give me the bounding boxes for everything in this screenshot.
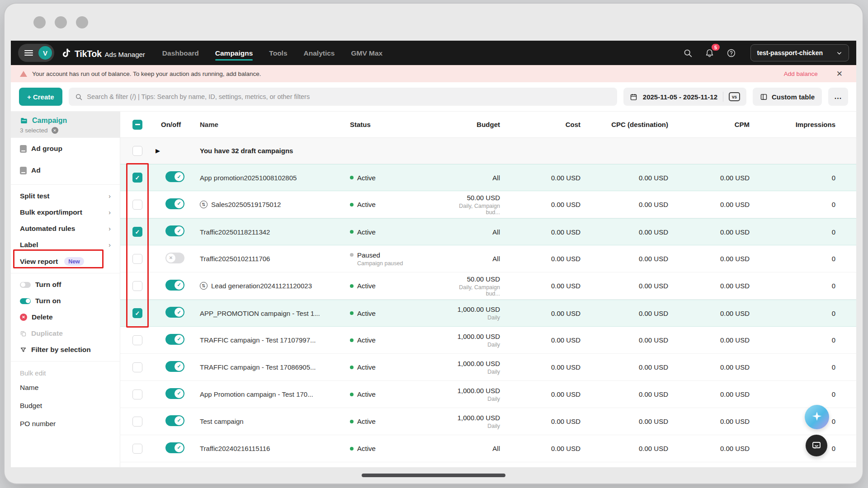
sidebar-action-filter-by-selection[interactable]: Filter by selection (11, 342, 120, 358)
row-checkbox[interactable] (132, 308, 142, 318)
alert-close-icon[interactable]: ✕ (836, 69, 843, 79)
draft-campaigns-row[interactable]: ▶ You have 32 draft campaigns (120, 138, 856, 164)
sidebar-action-duplicate[interactable]: Duplicate (11, 325, 120, 342)
nav-tools[interactable]: Tools (269, 42, 287, 64)
table-row[interactable]: ⇅ TRAFFIC campaign - Test 17086905... Ac… (120, 354, 856, 381)
row-checkbox[interactable] (132, 335, 142, 345)
campaign-name[interactable]: Sales20250519175012 (211, 201, 281, 208)
nav-gmv-max[interactable]: GMV Max (351, 42, 382, 64)
row-checkbox[interactable] (132, 389, 142, 399)
row-checkbox[interactable] (132, 417, 142, 427)
campaign-name[interactable]: Test campaign (200, 418, 244, 425)
create-button[interactable]: + Create (19, 88, 62, 106)
window-control-dot[interactable] (33, 16, 46, 28)
row-checkbox[interactable] (132, 200, 142, 210)
row-onoff-toggle[interactable] (165, 198, 184, 209)
campaign-name[interactable]: App Promotion campaign - Test 170... (200, 390, 313, 398)
row-onoff-toggle[interactable] (165, 415, 184, 426)
row-onoff-toggle[interactable] (165, 388, 184, 399)
sidebar-action-turn-off[interactable]: Turn off (11, 277, 120, 293)
sidebar-item-ad[interactable]: Ad (11, 160, 120, 181)
sidebar-action-delete[interactable]: ✕ Delete (11, 309, 120, 325)
notifications-bell-icon[interactable]: 5 (704, 47, 715, 58)
window-control-dot[interactable] (55, 16, 67, 28)
campaign-name[interactable]: TRAFFIC campaign - Test 17107997... (200, 336, 316, 344)
horizontal-scrollbar-thumb[interactable] (362, 474, 505, 477)
more-options-button[interactable]: ... (828, 88, 848, 106)
window-control-dot[interactable] (76, 16, 88, 28)
avatar[interactable]: V (38, 46, 52, 60)
custom-table-button[interactable]: Custom table (753, 88, 822, 106)
column-header-cpc[interactable]: CPC (destination) (580, 121, 668, 128)
sidebar-bulk-po-number[interactable]: PO number (11, 415, 120, 433)
sidebar-item-bulk-export-import[interactable]: Bulk export/import› (11, 204, 120, 221)
campaign-name[interactable]: APP_PROMOTION campaign - Test 1... (200, 310, 320, 317)
table-row[interactable]: ⇅ Sales20250519175012 Active 50.00 USDDa… (120, 191, 856, 218)
campaign-name[interactable]: Traffic20250102111706 (200, 255, 270, 263)
row-onoff-toggle[interactable] (165, 253, 184, 263)
row-checkbox[interactable] (132, 281, 142, 291)
column-header-impressions[interactable]: Impressions (750, 121, 835, 128)
support-chat-button[interactable] (806, 435, 827, 456)
search-filter-bar[interactable] (69, 88, 617, 106)
add-balance-link[interactable]: Add balance (784, 70, 818, 77)
campaign-name[interactable]: App promotion20251008102805 (200, 174, 297, 182)
campaign-name[interactable]: Traffic20240216115116 (200, 445, 270, 452)
compare-vs-button[interactable]: vs (729, 92, 740, 101)
column-header-cost[interactable]: Cost (500, 121, 580, 128)
sidebar-item-label[interactable]: Label› (11, 237, 120, 253)
sidebar-item-automated-rules[interactable]: Automated rules› (11, 221, 120, 237)
campaign-name[interactable]: Lead generation20241121120023 (211, 282, 312, 290)
table-row[interactable]: ⇅ Test campaign Active 1,000.00 USDDaily… (120, 408, 856, 435)
column-header-onoff[interactable]: On/off (155, 121, 198, 128)
table-row[interactable]: ⇅ TRAFFIC campaign - Test 17107997... Ac… (120, 327, 856, 354)
row-onoff-toggle[interactable] (165, 334, 184, 345)
sidebar-bulk-budget[interactable]: Budget (11, 397, 120, 415)
date-range-value[interactable]: 2025-11-05 - 2025-11-12 (643, 93, 717, 101)
clear-selection-icon[interactable]: ✕ (52, 127, 58, 134)
row-onoff-toggle[interactable] (165, 361, 184, 372)
table-row[interactable]: ⇅ Traffic20240216115116 Active All 0.00 … (120, 435, 856, 462)
table-row[interactable]: ⇅ Traffic20250118211342 Active All 0.00 … (120, 218, 856, 245)
sidebar-item-ad-group[interactable]: Ad group (11, 138, 120, 160)
row-onoff-toggle[interactable] (165, 280, 184, 291)
campaign-name[interactable]: Traffic20250118211342 (200, 228, 270, 236)
select-all-checkbox[interactable] (132, 120, 142, 130)
row-checkbox[interactable] (132, 227, 142, 237)
sidebar-item-split-test[interactable]: Split test› (11, 188, 120, 204)
row-onoff-toggle[interactable] (165, 307, 184, 318)
draft-row-checkbox[interactable] (132, 146, 142, 156)
row-onoff-toggle[interactable] (165, 171, 184, 182)
nav-analytics[interactable]: Analytics (304, 42, 335, 64)
table-row[interactable]: ⇅ App promotion20251008102805 Active All… (120, 164, 856, 191)
search-input[interactable] (87, 93, 611, 100)
column-header-budget[interactable]: Budget (446, 121, 500, 128)
column-header-status[interactable]: Status (344, 121, 446, 128)
help-icon[interactable] (726, 47, 737, 58)
brand-logo[interactable]: TikTok Ads Manager (61, 47, 145, 59)
row-checkbox[interactable] (132, 254, 142, 264)
row-onoff-toggle[interactable] (165, 225, 184, 236)
table-row[interactable]: ⇅ App Promotion campaign - Test 170... A… (120, 381, 856, 408)
ai-assistant-button[interactable] (805, 405, 829, 429)
expand-arrow-icon[interactable]: ▶ (155, 147, 198, 154)
table-row[interactable]: ⇅ Traffic20250102111706 Paused Campaign … (120, 245, 856, 272)
row-checkbox[interactable] (132, 173, 142, 183)
row-checkbox[interactable] (132, 362, 142, 372)
row-onoff-toggle[interactable] (165, 442, 184, 453)
nav-campaigns[interactable]: Campaigns (215, 42, 253, 64)
sidebar-bulk-name[interactable]: Name (11, 379, 120, 397)
sidebar-action-turn-on[interactable]: Turn on (11, 293, 120, 309)
column-header-cpm[interactable]: CPM (668, 121, 750, 128)
nav-dashboard[interactable]: Dashboard (162, 42, 199, 64)
search-icon[interactable] (683, 47, 693, 58)
row-checkbox[interactable] (132, 444, 142, 454)
table-row[interactable]: ⇅ Lead generation20241121120023 Active 5… (120, 272, 856, 300)
column-header-name[interactable]: Name (198, 121, 344, 128)
hamburger-menu-icon[interactable] (24, 50, 33, 56)
campaign-name[interactable]: TRAFFIC campaign - Test 17086905... (200, 363, 316, 371)
sidebar-item-campaign[interactable]: Campaign 3 selected ✕ (11, 112, 120, 138)
account-selector[interactable]: test-passport-chicken (750, 44, 849, 61)
table-row[interactable]: ⇅ APP_PROMOTION campaign - Test 1... Act… (120, 300, 856, 327)
sidebar-item-view-report[interactable]: View report New (11, 253, 120, 270)
